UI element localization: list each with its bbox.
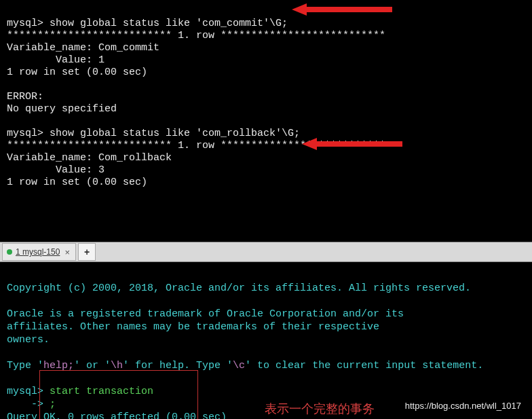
rows-summary: 1 row in set (0.00 sec) [7, 177, 147, 188]
rows-summary: 1 row in set (0.00 sec) [7, 67, 147, 78]
tab-add-button[interactable]: + [78, 243, 96, 261]
mysql-prompt-line: mysql> start transaction [7, 386, 153, 397]
svg-marker-0 [292, 3, 392, 16]
annotation-text: 表示一个完整的事务 [265, 403, 375, 416]
mysql-prompt-line: mysql> show global status like 'com_comm… [7, 18, 288, 29]
variable-name-line: Variable_name: Com_rollback [7, 152, 172, 164]
trademark-line: affiliates. Other names may be trademark… [7, 321, 379, 333]
trademark-line: Oracle is a registered trademark of Orac… [7, 308, 404, 320]
terminal-pane-top[interactable]: mysql> show global status like 'com_comm… [0, 0, 532, 242]
copyright-line: Copyright (c) 2000, 2018, Oracle and/or … [7, 283, 471, 294]
row-separator: *************************** 1. row *****… [7, 30, 385, 41]
query-ok-line: Query OK, 0 rows affected (0.00 sec) [7, 412, 227, 419]
tab-bar: 1 mysql-150 × + [0, 242, 532, 262]
terminal-pane-bottom[interactable]: Copyright (c) 2000, 2018, Oracle and/or … [0, 262, 532, 419]
tab-label: 1 mysql-150 [16, 247, 60, 257]
help-line: Type 'help;' or '\h' for help. Type '\c'… [7, 360, 483, 371]
status-dot-icon [7, 249, 12, 255]
tab-close-icon[interactable]: × [63, 247, 71, 257]
error-header: ERROR: [7, 91, 43, 103]
value-line: Value: 1 [7, 54, 104, 66]
error-message: No query specified [7, 103, 117, 115]
watermark-text: https://blog.csdn.net/wll_1017 [405, 401, 521, 411]
annotation-arrow-icon [292, 1, 394, 18]
row-separator: *************************** 1. row *****… [7, 140, 385, 151]
variable-name-line: Variable_name: Com_commit [7, 42, 159, 54]
mysql-prompt-line: mysql> show global status like 'com_roll… [7, 128, 300, 139]
mysql-continuation-line: -> ; [7, 399, 56, 410]
tab-mysql-150[interactable]: 1 mysql-150 × [2, 243, 76, 261]
trademark-line: owners. [7, 334, 50, 346]
value-line: Value: 3 [7, 164, 104, 176]
